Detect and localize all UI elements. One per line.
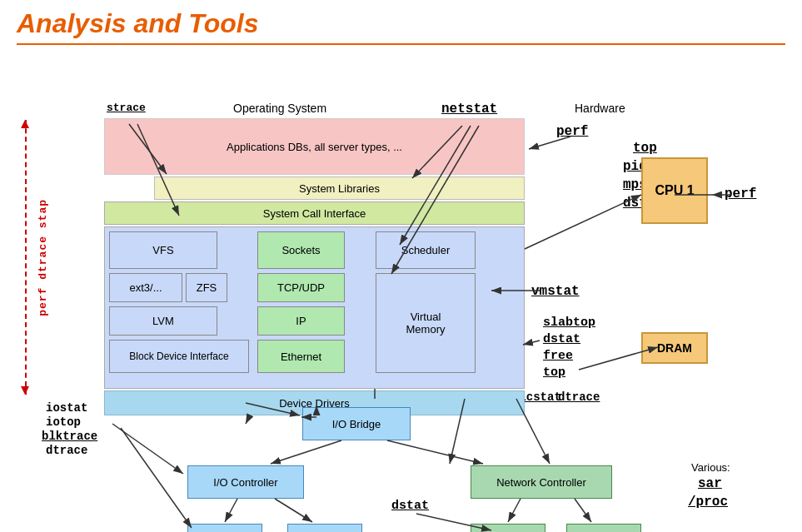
various-label: Various: xyxy=(691,461,730,474)
free-label: free xyxy=(543,349,573,363)
iotop-label: iotop xyxy=(46,415,81,429)
perf-top-label: perf xyxy=(556,124,588,139)
bdi-text: Block Device Interface xyxy=(129,351,228,362)
top-label: top xyxy=(633,141,657,156)
box-zfs: ZFS xyxy=(186,273,227,302)
box-bdi: Block Device Interface xyxy=(109,340,249,373)
perf-right-label: perf xyxy=(725,186,756,201)
syslib-text: System Libraries xyxy=(299,182,380,195)
box-scheduler: Scheduler xyxy=(376,231,476,269)
box-vm: VirtualMemory xyxy=(376,273,476,373)
cpu-text: CPU 1 xyxy=(655,183,694,198)
dtrace-right-label: dtrace xyxy=(558,390,600,404)
box-tcpudp: TCP/UDP xyxy=(257,273,345,302)
iostat-label: iostat xyxy=(46,401,87,415)
net-controller-box: Network Controller xyxy=(471,465,612,499)
box-sockets: Sockets xyxy=(257,231,345,269)
box-lvm: LVM xyxy=(109,306,217,336)
os-label: Operating System xyxy=(233,102,326,115)
svg-line-19 xyxy=(508,499,521,522)
box-vfs: VFS xyxy=(109,231,217,269)
blktrace-label: blktrace xyxy=(42,430,97,443)
box-ip: IP xyxy=(257,306,345,336)
net-controller-text: Network Controller xyxy=(496,476,586,489)
netstat-label: netstat xyxy=(441,102,497,117)
layer-syslib: System Libraries xyxy=(154,177,525,200)
proc-label: /proc xyxy=(688,495,728,510)
layer-kernel: VFS ext3/... ZFS LVM Block Device Interf… xyxy=(104,226,525,389)
port1-box: Port xyxy=(471,524,545,532)
dstat-bot-label: dstat xyxy=(391,499,429,513)
svg-line-11 xyxy=(523,341,540,345)
divider xyxy=(17,43,785,45)
vm-text: VirtualMemory xyxy=(406,311,446,336)
tcpudp-text: TCP/UDP xyxy=(277,281,325,294)
svg-line-16 xyxy=(387,440,483,464)
svg-line-17 xyxy=(225,499,237,522)
sockets-text: Sockets xyxy=(281,244,320,256)
layer-syscall: System Call Interface xyxy=(104,201,525,225)
svg-line-22 xyxy=(112,424,183,474)
dtrace-left-label: dtrace xyxy=(46,444,87,457)
lvm-text: LVM xyxy=(152,315,174,327)
io-controller-box: I/O Controller xyxy=(187,465,304,499)
svg-line-18 xyxy=(275,499,312,522)
ethernet-text: Ethernet xyxy=(281,351,321,363)
port2-box: Port xyxy=(566,524,641,532)
vfs-text: VFS xyxy=(152,244,173,256)
dstat-mid-label: dstat xyxy=(543,332,580,346)
svg-line-23 xyxy=(121,428,192,528)
ip-text: IP xyxy=(296,315,306,327)
svg-line-20 xyxy=(575,499,591,522)
slabtop-label: slabtop xyxy=(543,316,595,330)
sar-label: sar xyxy=(698,476,722,491)
io-controller-text: I/O Controller xyxy=(213,476,277,489)
disk2-box: Disk xyxy=(287,524,362,532)
disk1-box: Disk xyxy=(187,524,262,532)
io-bridge-box: I/O Bridge xyxy=(302,407,411,440)
dram-text: DRAM xyxy=(657,341,692,355)
perf-dtrace-stap-vertical: perf dtrace stap xyxy=(18,120,49,395)
app-text: Applications DBs, all server types, ... xyxy=(227,141,402,153)
box-ext3: ext3/... xyxy=(109,273,182,302)
top-bot-label: top xyxy=(543,365,565,380)
zfs-text: ZFS xyxy=(197,281,217,294)
io-bridge-text: I/O Bridge xyxy=(332,418,381,430)
svg-line-30 xyxy=(246,415,250,424)
vmstat-label: vmstat xyxy=(531,284,580,299)
layer-applications: Applications DBs, all server types, ... xyxy=(104,118,525,175)
cpu-box: CPU 1 xyxy=(641,157,708,224)
hardware-label: Hardware xyxy=(575,102,625,115)
syscall-text: System Call Interface xyxy=(263,207,366,220)
strace-label: strace xyxy=(107,102,146,114)
page-title: Analysis and Tools xyxy=(0,0,802,43)
ext3-text: ext3/... xyxy=(129,281,162,294)
box-ethernet: Ethernet xyxy=(257,340,345,373)
scheduler-text: Scheduler xyxy=(401,244,451,256)
main-content: strace Operating System netstat Hardware… xyxy=(0,49,802,532)
svg-line-15 xyxy=(271,440,341,464)
dram-box: DRAM xyxy=(641,332,708,364)
